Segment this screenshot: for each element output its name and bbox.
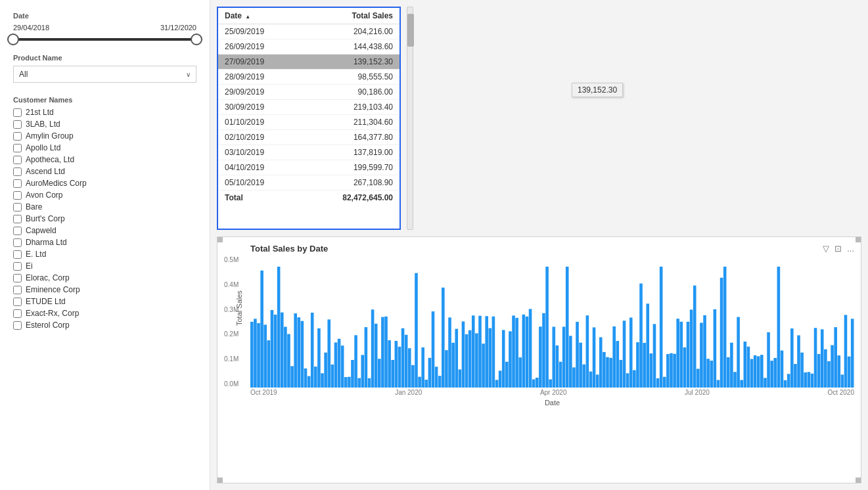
table-row[interactable]: 30/09/2019219,103.40 bbox=[218, 100, 400, 115]
bar[interactable] bbox=[488, 328, 491, 388]
bar[interactable] bbox=[475, 333, 478, 388]
table-row[interactable]: 27/09/2019139,152.30 bbox=[218, 55, 400, 70]
bar[interactable] bbox=[616, 341, 620, 388]
customer-checkbox[interactable] bbox=[13, 144, 22, 152]
bar[interactable] bbox=[549, 380, 552, 388]
list-item[interactable]: E. Ltd bbox=[13, 250, 196, 259]
bar[interactable] bbox=[797, 335, 800, 388]
bar[interactable] bbox=[395, 341, 398, 388]
bar[interactable] bbox=[459, 369, 462, 388]
bar[interactable] bbox=[499, 370, 502, 388]
bar[interactable] bbox=[435, 367, 438, 388]
list-item[interactable]: Burt's Corp bbox=[13, 214, 196, 223]
bar[interactable] bbox=[257, 323, 260, 388]
table-row[interactable]: 01/10/2019211,304.60 bbox=[218, 115, 400, 130]
bar[interactable] bbox=[841, 374, 844, 388]
bar[interactable] bbox=[375, 324, 378, 388]
bar[interactable] bbox=[482, 344, 485, 388]
bar[interactable] bbox=[287, 334, 290, 388]
bar[interactable] bbox=[834, 327, 837, 388]
bar[interactable] bbox=[700, 323, 703, 388]
bar[interactable] bbox=[284, 327, 287, 388]
bar[interactable] bbox=[526, 317, 529, 388]
bar[interactable] bbox=[415, 273, 418, 388]
bar[interactable] bbox=[263, 324, 267, 388]
bar[interactable] bbox=[639, 284, 643, 388]
bar[interactable] bbox=[314, 367, 317, 388]
bar[interactable] bbox=[294, 313, 297, 388]
bar[interactable] bbox=[609, 358, 612, 388]
bar[interactable] bbox=[344, 377, 348, 388]
bar[interactable] bbox=[556, 345, 559, 388]
bar[interactable] bbox=[348, 377, 351, 388]
bar[interactable] bbox=[378, 359, 381, 388]
bar[interactable] bbox=[593, 327, 596, 388]
bar[interactable] bbox=[281, 313, 284, 388]
bar[interactable] bbox=[545, 267, 549, 388]
list-item[interactable]: Bare bbox=[13, 202, 196, 212]
bar[interactable] bbox=[603, 352, 606, 388]
bar[interactable] bbox=[687, 322, 690, 388]
more-options-icon[interactable]: ... bbox=[847, 244, 854, 254]
bar[interactable] bbox=[781, 351, 784, 388]
list-item[interactable]: ETUDE Ltd bbox=[13, 297, 196, 306]
bar[interactable] bbox=[274, 315, 277, 388]
bar[interactable] bbox=[421, 347, 424, 388]
bar[interactable] bbox=[663, 377, 666, 388]
table-row[interactable]: 25/09/2019204,216.00 bbox=[218, 24, 400, 39]
list-item[interactable]: Amylin Group bbox=[13, 131, 196, 141]
bar[interactable] bbox=[576, 322, 579, 388]
bar[interactable] bbox=[744, 342, 747, 388]
list-item[interactable]: Esterol Corp bbox=[13, 321, 196, 330]
bar[interactable] bbox=[536, 378, 539, 388]
bar[interactable] bbox=[301, 321, 304, 388]
table-row[interactable]: 29/09/201990,186.00 bbox=[218, 85, 400, 100]
bar[interactable] bbox=[767, 332, 770, 388]
bar[interactable] bbox=[559, 362, 562, 388]
bar[interactable] bbox=[384, 317, 388, 388]
bar[interactable] bbox=[784, 380, 787, 388]
bar[interactable] bbox=[297, 317, 300, 388]
bar[interactable] bbox=[596, 374, 599, 388]
bar[interactable] bbox=[794, 364, 797, 388]
resize-handle-tl[interactable] bbox=[217, 237, 223, 242]
table-row[interactable]: 05/10/2019267,108.90 bbox=[218, 175, 400, 190]
table-row[interactable]: 28/09/201998,555.50 bbox=[218, 70, 400, 85]
bar[interactable] bbox=[324, 353, 327, 388]
customer-checkbox[interactable] bbox=[13, 156, 22, 164]
bar[interactable] bbox=[398, 347, 401, 388]
list-item[interactable]: Exact-Rx, Corp bbox=[13, 309, 196, 318]
bar[interactable] bbox=[532, 379, 536, 388]
focus-icon[interactable]: ⊡ bbox=[834, 244, 842, 254]
bar[interactable] bbox=[341, 345, 344, 388]
bar[interactable] bbox=[515, 318, 518, 388]
bar[interactable] bbox=[468, 330, 472, 388]
bar[interactable] bbox=[308, 376, 311, 388]
vertical-scrollbar[interactable] bbox=[407, 7, 413, 230]
bar[interactable] bbox=[848, 357, 851, 388]
list-item[interactable]: Ei bbox=[13, 261, 196, 271]
bar[interactable] bbox=[730, 343, 733, 388]
bar[interactable] bbox=[754, 355, 757, 388]
bar[interactable] bbox=[646, 303, 649, 388]
bar[interactable] bbox=[606, 357, 609, 388]
list-item[interactable]: Eminence Corp bbox=[13, 285, 196, 294]
customer-checkbox[interactable] bbox=[13, 238, 22, 247]
bar[interactable] bbox=[388, 340, 391, 388]
bar[interactable] bbox=[757, 356, 760, 388]
bar[interactable] bbox=[492, 317, 495, 388]
resize-handle-bl[interactable] bbox=[217, 478, 223, 483]
bar[interactable] bbox=[361, 355, 364, 388]
bar[interactable] bbox=[777, 267, 781, 388]
bar[interactable] bbox=[650, 353, 653, 388]
bar[interactable] bbox=[747, 347, 750, 388]
customer-checkbox[interactable] bbox=[13, 179, 22, 188]
table-row[interactable]: 04/10/2019199,599.70 bbox=[218, 160, 400, 175]
filter-icon[interactable]: ▽ bbox=[823, 244, 829, 254]
list-item[interactable]: 21st Ltd bbox=[13, 108, 196, 117]
bar[interactable] bbox=[666, 354, 670, 388]
bar[interactable] bbox=[539, 326, 542, 388]
bar[interactable] bbox=[260, 271, 263, 388]
bar[interactable] bbox=[733, 372, 737, 388]
bar[interactable] bbox=[623, 321, 626, 388]
